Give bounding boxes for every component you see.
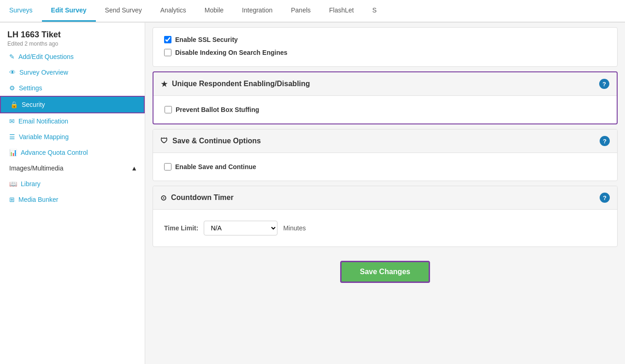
sidebar-item-label: Variable Mapping xyxy=(19,133,69,141)
ballot-checkbox[interactable] xyxy=(165,106,172,113)
sidebar-item-label: Settings xyxy=(19,84,42,92)
app-title: LH 1663 Tiket xyxy=(7,30,137,40)
countdown-title: ⊙ Countdown Timer xyxy=(160,194,234,202)
save-continue-card: 🛡 Save & Continue Options ? Enable Save … xyxy=(153,129,618,181)
sidebar-item-security[interactable]: 🔒 Security xyxy=(0,96,145,113)
tab-mobile[interactable]: Mobile xyxy=(195,0,233,22)
countdown-title-text: Countdown Timer xyxy=(171,194,234,202)
save-continue-body: Enable Save and Continue xyxy=(153,153,617,181)
ssl-checkbox[interactable] xyxy=(164,36,171,43)
sidebar-item-media-bunker[interactable]: ⊞ Media Bunker xyxy=(0,192,145,207)
content-area: Enable SSL Security Disable Indexing On … xyxy=(145,23,625,364)
save-continue-label[interactable]: Enable Save and Continue xyxy=(175,163,256,170)
indexing-checkbox-row: Disable Indexing On Search Engines xyxy=(164,46,606,59)
sidebar: LH 1663 Tiket Edited 2 months ago ✎ Add/… xyxy=(0,23,145,364)
sidebar-header: LH 1663 Tiket Edited 2 months ago xyxy=(0,23,145,49)
sidebar-item-email-notification[interactable]: ✉ Email Notification xyxy=(0,113,145,129)
unique-respondent-help-button[interactable]: ? xyxy=(599,79,609,89)
tab-s[interactable]: S xyxy=(363,0,386,22)
mail-icon: ✉ xyxy=(9,117,15,125)
tab-edit-survey[interactable]: Edit Survey xyxy=(42,0,96,22)
ssl-section-body: Enable SSL Security Disable Indexing On … xyxy=(153,28,617,66)
book-icon: 📖 xyxy=(9,180,17,188)
main-layout: LH 1663 Tiket Edited 2 months ago ✎ Add/… xyxy=(0,23,625,364)
minutes-label: Minutes xyxy=(283,224,306,232)
time-limit-row: Time Limit: N/A 5 10 15 20 30 45 60 Minu… xyxy=(164,217,606,239)
ssl-section-card: Enable SSL Security Disable Indexing On … xyxy=(153,27,618,67)
unique-respondent-card: ★ Unique Respondent Enabling/Disabling ?… xyxy=(153,71,618,124)
save-continue-title: 🛡 Save & Continue Options xyxy=(160,137,261,145)
sidebar-item-label: Add/Edit Questions xyxy=(18,53,74,60)
tab-flashlet[interactable]: FlashLet xyxy=(320,0,363,22)
sidebar-item-library[interactable]: 📖 Library xyxy=(0,176,145,192)
save-continue-title-text: Save & Continue Options xyxy=(172,137,261,145)
ssl-checkbox-row: Enable SSL Security xyxy=(164,33,606,46)
save-continue-header: 🛡 Save & Continue Options ? xyxy=(153,129,617,153)
countdown-header: ⊙ Countdown Timer ? xyxy=(153,186,617,210)
ballot-checkbox-row: Prevent Ballot Box Stuffing xyxy=(165,103,606,116)
sidebar-item-label: Library xyxy=(21,180,41,188)
sidebar-item-label: Security xyxy=(22,101,45,108)
save-continue-checkbox[interactable] xyxy=(164,163,171,170)
indexing-checkbox[interactable] xyxy=(164,49,171,56)
countdown-body: Time Limit: N/A 5 10 15 20 30 45 60 Minu… xyxy=(153,210,617,247)
list-icon: ☰ xyxy=(9,133,15,141)
grid-icon: ⊞ xyxy=(9,196,15,203)
sidebar-item-label: Survey Overview xyxy=(19,69,68,76)
sidebar-multimedia-section[interactable]: Images/Multimedia ▲ xyxy=(0,160,145,176)
ballot-label[interactable]: Prevent Ballot Box Stuffing xyxy=(176,106,259,113)
tab-panels[interactable]: Panels xyxy=(282,0,320,22)
top-navigation: Surveys Edit Survey Send Survey Analytic… xyxy=(0,0,625,23)
chevron-up-icon: ▲ xyxy=(131,164,137,172)
gear-icon: ⚙ xyxy=(9,84,15,92)
app-subtitle: Edited 2 months ago xyxy=(7,41,137,47)
star-icon: ★ xyxy=(161,80,167,88)
sidebar-item-label: Email Notification xyxy=(18,117,68,125)
save-continue-checkbox-row: Enable Save and Continue xyxy=(164,160,606,173)
multimedia-label: Images/Multimedia xyxy=(9,164,64,172)
countdown-card: ⊙ Countdown Timer ? Time Limit: N/A 5 10… xyxy=(153,186,618,247)
clock-icon: ⊙ xyxy=(160,194,166,202)
save-changes-button[interactable]: Save Changes xyxy=(340,261,430,283)
sidebar-item-survey-overview[interactable]: 👁 Survey Overview xyxy=(0,65,145,80)
indexing-label[interactable]: Disable Indexing On Search Engines xyxy=(175,49,288,56)
sidebar-item-label: Advance Quota Control xyxy=(21,149,88,156)
countdown-help-button[interactable]: ? xyxy=(600,193,610,203)
sidebar-item-label: Media Bunker xyxy=(18,196,58,203)
sidebar-item-settings[interactable]: ⚙ Settings xyxy=(0,80,145,96)
shield-icon: 🛡 xyxy=(160,137,168,145)
sidebar-item-add-edit-questions[interactable]: ✎ Add/Edit Questions xyxy=(0,49,145,65)
multimedia-left: Images/Multimedia xyxy=(9,164,64,172)
tab-surveys[interactable]: Surveys xyxy=(0,0,42,22)
tab-send-survey[interactable]: Send Survey xyxy=(96,0,151,22)
unique-respondent-title-text: Unique Respondent Enabling/Disabling xyxy=(172,80,310,88)
tab-analytics[interactable]: Analytics xyxy=(151,0,195,22)
edit-icon: ✎ xyxy=(9,53,15,60)
chart-icon: 📊 xyxy=(9,149,17,156)
eye-icon: 👁 xyxy=(9,69,16,76)
lock-icon: 🔒 xyxy=(10,101,18,108)
tab-integration[interactable]: Integration xyxy=(233,0,282,22)
sidebar-item-advance-quota[interactable]: 📊 Advance Quota Control xyxy=(0,145,145,160)
ssl-label[interactable]: Enable SSL Security xyxy=(175,36,238,43)
save-continue-help-button[interactable]: ? xyxy=(600,136,610,146)
unique-respondent-header: ★ Unique Respondent Enabling/Disabling ? xyxy=(153,72,617,96)
sidebar-item-variable-mapping[interactable]: ☰ Variable Mapping xyxy=(0,129,145,145)
unique-respondent-body: Prevent Ballot Box Stuffing xyxy=(153,96,617,123)
time-limit-select[interactable]: N/A 5 10 15 20 30 45 60 xyxy=(204,221,277,235)
time-limit-label: Time Limit: xyxy=(164,224,198,232)
unique-respondent-title: ★ Unique Respondent Enabling/Disabling xyxy=(161,80,310,88)
save-area: Save Changes xyxy=(145,252,625,292)
